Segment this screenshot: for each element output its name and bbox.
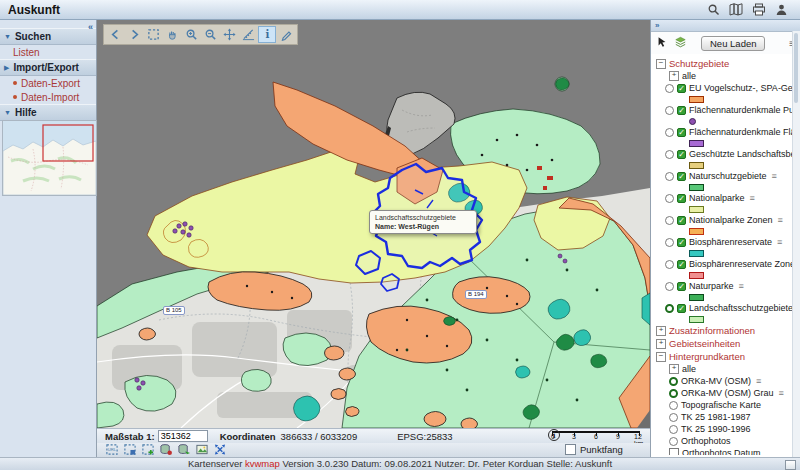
bg-layer-row[interactable]: ORKa-MV (OSM) Grau≡ [656,387,798,399]
layer-row[interactable]: ✓Nationalparke Zonen≡ [656,214,798,226]
zoom-box-button[interactable] [144,26,162,43]
layer-radio-selected[interactable] [665,304,674,313]
layer-menu-icon[interactable]: ≡ [777,237,782,247]
expand-box-icon[interactable]: + [669,364,679,374]
layer-radio[interactable] [665,260,674,269]
bg-layer-row[interactable]: Topografische Karte [656,399,798,411]
bg-radio-selected[interactable] [669,377,678,386]
overview-map[interactable] [2,120,97,196]
layer-radio[interactable] [665,282,674,291]
select-arrow-icon[interactable] [656,36,668,50]
info-icon[interactable]: i [548,429,560,441]
recenter-button[interactable] [220,26,238,43]
layer-radio[interactable] [665,106,674,115]
layer-radio[interactable] [665,194,674,203]
map-canvas[interactable]: i B 105 B 194 Landschaftsschutzgebiete N… [97,20,650,428]
sidebar-section-suchen[interactable]: ▼ Suchen [0,28,96,45]
snap-checkbox[interactable] [565,444,576,455]
panel-collapse-icon[interactable]: » [651,20,800,32]
atlas-icon[interactable] [729,3,743,16]
extent-add-icon[interactable] [141,443,155,458]
extent-url-icon[interactable]: URL [105,443,119,458]
layer-checkbox[interactable]: ✓ [677,106,686,115]
layer-checkbox[interactable]: ✓ [677,216,686,225]
layer-row[interactable]: ✓Naturschutzgebiete≡ [656,170,798,182]
layer-row[interactable]: ✓Naturparke≡ [656,280,798,292]
sidebar-section-hilfe[interactable]: ▼ Hilfe [0,104,96,121]
zoom-in-button[interactable] [182,26,200,43]
layer-checkbox[interactable]: ✓ [677,304,686,313]
layer-row[interactable]: ✓Flächennaturdenkmale Punkte≡ [656,104,798,116]
bg-layer-row[interactable]: Orthophotos [656,435,798,447]
layer-radio[interactable] [665,150,674,159]
layer-row[interactable]: ✓Geschützte Landschaftsbestandteile≡ [656,148,798,160]
pan-button[interactable] [163,26,181,43]
group-zusatzinformationen[interactable]: + Zusatzinformationen [656,324,798,337]
layer-radio[interactable] [665,84,674,93]
layer-menu-icon[interactable]: ≡ [739,281,744,291]
layer-checkbox[interactable]: ✓ [677,260,686,269]
bg-radio[interactable] [669,437,678,446]
footer-grid-icon[interactable] [785,460,796,470]
bg-layer-row[interactable]: ORKa-MV (OSM)≡ [656,375,798,387]
layer-menu-icon[interactable]: ≡ [750,193,755,203]
layer-checkbox[interactable]: ✓ [677,282,686,291]
bg-layer-row[interactable]: TK 25 1990-1996 [656,423,798,435]
next-extent-button[interactable] [125,26,143,43]
expand-box-icon[interactable]: + [656,326,666,336]
layer-checkbox[interactable]: ✓ [677,238,686,247]
layer-checkbox[interactable]: ✓ [677,194,686,203]
fit-extent-icon[interactable] [213,443,227,458]
layer-checkbox[interactable]: ✓ [677,128,686,137]
user-icon[interactable] [775,3,788,16]
layer-menu-icon[interactable]: ≡ [779,388,784,398]
layer-row[interactable]: ✓Biosphärenreservate≡ [656,236,798,248]
layers-icon[interactable] [674,36,687,50]
search-icon[interactable] [707,3,720,16]
group-gebietseinheiten[interactable]: + Gebietseinheiten [656,337,798,350]
measure-button[interactable] [239,26,257,43]
printer-icon[interactable] [752,3,766,16]
bg-layer-row[interactable]: Orthophotos Datum [656,447,798,455]
layer-row[interactable]: ✓Biosphärenreservate Zonen≡ [656,258,798,270]
layer-menu-icon[interactable]: ≡ [756,376,761,386]
database-load-icon[interactable] [177,443,191,458]
layer-row[interactable]: ✓Flächennaturdenkmale Flächen≡ [656,126,798,138]
sidebar-item-daten-import[interactable]: Daten-Import [0,90,96,104]
sidebar-section-import-export[interactable]: ▶ Import/Export [0,59,96,76]
bg-radio[interactable] [669,425,678,434]
layer-checkbox[interactable]: ✓ [677,84,686,93]
extent-save-icon[interactable] [123,443,137,458]
panel-scrollbar[interactable] [792,31,800,457]
bg-layer-row[interactable]: TK 25 1981-1987 [656,411,798,423]
database-save-icon[interactable] [159,443,173,458]
layer-checkbox[interactable]: ✓ [677,172,686,181]
layer-row[interactable]: ✓Nationalparke≡ [656,192,798,204]
layer-radio[interactable] [665,172,674,181]
sidebar-item-daten-export[interactable]: Daten-Export [0,76,96,90]
alle-toggle[interactable]: + alle [656,363,798,375]
sidebar-collapse-icon[interactable]: « [88,22,93,32]
bg-radio[interactable] [669,413,678,422]
identify-button[interactable]: i [258,26,276,43]
previous-extent-button[interactable] [106,26,124,43]
bg-checkbox[interactable] [669,448,679,455]
layer-radio[interactable] [665,238,674,247]
export-image-icon[interactable] [195,443,209,458]
alle-toggle[interactable]: + alle [656,70,798,82]
layer-checkbox[interactable]: ✓ [677,150,686,159]
layer-radio[interactable] [665,216,674,225]
layer-row-selected[interactable]: ✓Landschaftsschutzgebiete≡ [656,302,798,314]
scale-input[interactable] [158,430,208,442]
expand-box-icon[interactable]: + [656,339,666,349]
expand-box-icon[interactable]: + [669,71,679,81]
layer-menu-icon[interactable]: ≡ [772,171,777,181]
draw-button[interactable] [277,26,295,43]
layer-menu-icon[interactable]: ≡ [778,215,783,225]
layer-radio[interactable] [665,128,674,137]
reload-button[interactable]: Neu Laden [701,36,765,51]
collapse-box-icon[interactable]: − [656,352,666,362]
sidebar-item-listen[interactable]: Listen [0,45,96,59]
layer-row[interactable]: ✓EU Vogelschutz-, SPA-Gebiete≡ [656,82,798,94]
bg-radio[interactable] [669,401,678,410]
